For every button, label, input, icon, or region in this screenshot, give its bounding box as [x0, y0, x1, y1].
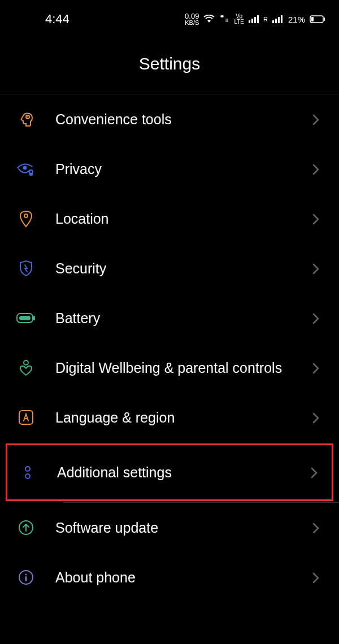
settings-item-label: Software update	[55, 519, 312, 537]
chevron-right-icon	[312, 163, 323, 175]
status-bar: 4:44 0.09 KB/S 8 Vo LTE	[0, 0, 339, 32]
settings-item-label: About phone	[55, 568, 312, 587]
data-rate-indicator: 0.09 KB/S	[185, 12, 199, 26]
settings-item-label: Security	[55, 259, 312, 278]
signal-icon-2	[272, 15, 282, 23]
privacy-icon	[16, 159, 36, 179]
settings-item-location[interactable]: Location	[0, 194, 339, 243]
volte-icon: Vo LTE	[234, 14, 244, 25]
settings-item-label: Digital Wellbeing & parental controls	[55, 359, 312, 377]
settings-item-about-phone[interactable]: About phone	[0, 552, 339, 602]
chevron-right-icon	[312, 312, 323, 324]
battery-rect-icon	[16, 308, 36, 328]
svg-point-6	[23, 166, 27, 170]
wellbeing-icon	[16, 358, 36, 378]
svg-point-5	[27, 116, 28, 118]
svg-rect-3	[311, 17, 314, 21]
chevron-right-icon	[312, 522, 323, 533]
language-icon	[16, 407, 36, 428]
head-icon	[16, 109, 36, 129]
wifi-call-icon: 8	[219, 15, 229, 24]
chevron-right-icon	[312, 572, 323, 583]
settings-item-battery[interactable]: Battery	[0, 293, 339, 343]
settings-item-additional-settings[interactable]: Additional settings	[6, 443, 333, 501]
chevron-right-icon	[312, 362, 323, 373]
settings-item-label: Additional settings	[57, 463, 310, 482]
chevron-right-icon	[312, 263, 323, 274]
chevron-right-icon	[310, 467, 321, 478]
settings-item-digital-wellbeing[interactable]: Digital Wellbeing & parental controls	[0, 343, 339, 393]
header: Settings	[0, 32, 339, 94]
svg-point-19	[25, 574, 27, 576]
roaming-indicator: R	[263, 16, 268, 23]
settings-item-label: Convenience tools	[55, 110, 312, 129]
svg-rect-12	[19, 316, 31, 320]
update-icon	[16, 517, 36, 538]
page-title: Settings	[0, 54, 339, 73]
settings-item-label: Location	[55, 210, 312, 228]
settings-item-label: Privacy	[55, 160, 312, 179]
svg-text:8: 8	[225, 18, 228, 23]
chevron-right-icon	[312, 213, 323, 224]
status-indicators: 0.09 KB/S 8 Vo LTE R	[185, 12, 325, 26]
settings-item-security[interactable]: Security	[0, 243, 339, 293]
svg-rect-20	[25, 576, 27, 581]
shield-icon	[16, 258, 36, 279]
settings-list: Convenience tools Privacy Locatio	[0, 94, 339, 602]
svg-rect-11	[33, 316, 35, 320]
svg-point-9	[24, 214, 28, 217]
svg-point-15	[25, 467, 30, 471]
battery-percentage: 21%	[288, 15, 305, 24]
svg-rect-2	[324, 18, 325, 21]
chevron-right-icon	[312, 114, 323, 125]
signal-icon-1	[249, 15, 259, 23]
chevron-right-icon	[312, 412, 323, 423]
settings-item-language-region[interactable]: Language & region	[0, 393, 339, 442]
battery-icon	[310, 15, 325, 23]
svg-point-13	[24, 360, 28, 365]
svg-point-16	[25, 474, 30, 478]
settings-item-label: Battery	[55, 309, 312, 328]
settings-item-label: Language & region	[55, 408, 312, 427]
svg-rect-8	[29, 173, 33, 176]
info-icon	[16, 567, 36, 588]
settings-item-software-update[interactable]: Software update	[0, 503, 339, 552]
settings-item-privacy[interactable]: Privacy	[0, 144, 339, 194]
settings-item-convenience-tools[interactable]: Convenience tools	[0, 94, 339, 144]
location-icon	[16, 208, 36, 229]
wifi-icon	[203, 15, 215, 24]
status-time: 4:44	[14, 12, 69, 27]
dots-icon	[18, 462, 38, 482]
